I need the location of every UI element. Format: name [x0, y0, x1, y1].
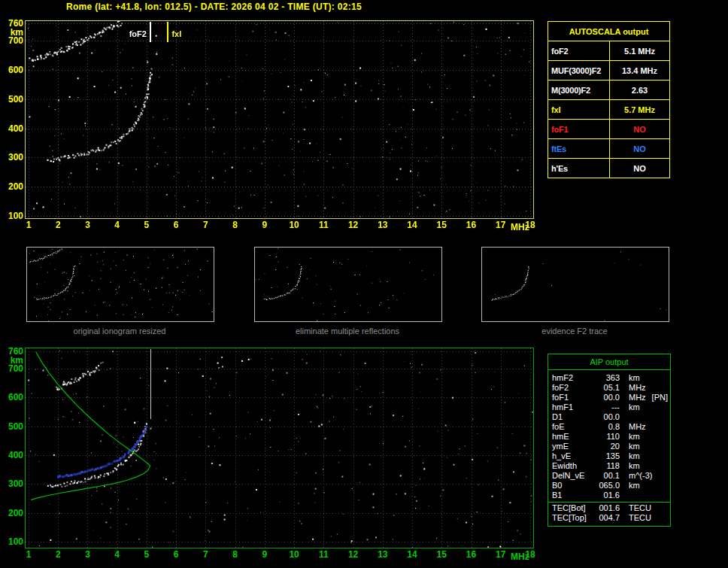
autoscala-row: fxI5.7 MHz	[548, 100, 669, 120]
autoscala-row-label: ftEs	[548, 139, 610, 158]
autoscala-row-value: NO	[610, 139, 669, 158]
x-tick-label: 12	[344, 220, 362, 229]
y-axis-unit-label: km	[4, 28, 23, 37]
aip-row-label: h_vE	[552, 451, 594, 461]
bottom-ionogram-canvas	[26, 348, 533, 548]
aip-row-value: 00.0	[594, 412, 620, 422]
aip-row-label: DelN_vE	[552, 471, 594, 481]
aip-row-unit: km	[629, 442, 640, 451]
y-tick-label: 200	[4, 182, 23, 191]
autoscala-row-label: M(3000)F2	[548, 80, 610, 99]
aip-row-value: 0.8	[594, 422, 620, 432]
aip-row-B1: B101.6	[552, 491, 670, 500]
x-axis-unit-label: MHz	[511, 552, 529, 561]
x-tick-label: 1	[20, 220, 38, 229]
aip-row-value: 20	[594, 442, 620, 451]
aip-row-value: 135	[594, 451, 620, 461]
autoscala-row-label: fxI	[548, 100, 610, 119]
autoscala-screen: Rome (lat: +41.8, lon: 012.5) - DATE: 20…	[0, 0, 728, 568]
x-tick-label: 13	[374, 220, 392, 229]
aip-row-B0: B0065.0km	[552, 481, 670, 491]
y-tick-label: 600	[4, 393, 23, 402]
autoscala-row-label: h'Es	[548, 159, 610, 178]
y-tick-label: 300	[4, 479, 23, 488]
aip-row-ymE: ymE20km	[552, 442, 670, 451]
aip-row-label: foF2	[552, 383, 594, 393]
y-tick-label: 100	[4, 211, 23, 220]
thumbnail-2	[254, 247, 442, 322]
x-tick-label: 9	[256, 550, 274, 559]
autoscala-row-value: 5.1 MHz	[610, 41, 669, 60]
aip-table-title: AIP output	[548, 354, 670, 370]
top-ionogram-canvas	[26, 21, 533, 218]
autoscala-table-title: AUTOSCALA output	[548, 22, 669, 41]
x-tick-label: 14	[403, 220, 421, 229]
aip-row-label: TEC[Top]	[552, 513, 594, 523]
x-tick-label: 4	[108, 550, 126, 559]
marker-label-foF2: foF2	[117, 30, 147, 38]
autoscala-row: h'EsNO	[548, 159, 669, 178]
aip-row-foE: foE0.8MHz	[552, 422, 670, 432]
x-tick-label: 11	[314, 220, 332, 229]
autoscala-row-label: foF2	[548, 41, 610, 60]
x-tick-label: 7	[196, 550, 214, 559]
x-tick-label: 1	[20, 550, 38, 559]
x-tick-label: 13	[374, 550, 392, 559]
aip-row-hmF2: hmF2363km	[552, 373, 670, 383]
y-tick-label: 100	[4, 537, 23, 546]
aip-row-value: 004.7	[594, 513, 620, 523]
aip-separator	[548, 502, 670, 503]
aip-row-unit: MHz	[629, 383, 646, 393]
bottom-ionogram-plot	[25, 348, 534, 548]
x-tick-label: 10	[285, 220, 303, 229]
autoscala-row-value: 13.4 MHz	[610, 61, 669, 80]
aip-row-Ewidth: Ewidth118km	[552, 461, 670, 471]
x-tick-label: 12	[344, 550, 362, 559]
autoscala-row-value: 5.7 MHz	[610, 100, 669, 119]
aip-row-unit: km	[629, 451, 640, 461]
aip-row-value: 00.0	[594, 393, 620, 402]
x-tick-label: 8	[226, 550, 244, 559]
aip-table-rows: hmF2363kmfoF205.1MHzfoF100.0MHz[PN]hmF1-…	[548, 370, 670, 523]
aip-row-unit: TECU	[629, 503, 651, 513]
aip-row-value: 05.1	[594, 383, 620, 393]
x-tick-label: 2	[49, 550, 67, 559]
aip-row-label: TEC[Bot]	[552, 503, 594, 513]
y-axis-unit-label: km	[4, 356, 23, 365]
top-ionogram-plot	[25, 20, 534, 219]
aip-row-foF1: foF100.0MHz[PN]	[552, 393, 670, 402]
autoscala-row: ftEsNO	[548, 139, 669, 159]
aip-row-unit: km	[629, 432, 640, 442]
x-tick-label: 5	[138, 220, 156, 229]
aip-row-label: foF1	[552, 393, 594, 402]
y-tick-label: 400	[4, 451, 23, 460]
autoscala-row-value: NO	[610, 120, 669, 138]
x-tick-label: 3	[78, 550, 96, 559]
station-date-header: Rome (lat: +41.8, lon: 012.5) - DATE: 20…	[66, 2, 362, 12]
y-tick-label: 700	[4, 36, 23, 45]
aip-row-value: 00.1	[594, 471, 620, 481]
y-tick-label: 500	[4, 422, 23, 431]
x-tick-label: 10	[285, 550, 303, 559]
aip-row-value: 001.6	[594, 503, 620, 513]
aip-row-D1: D100.0	[552, 412, 670, 422]
aip-row-label: B0	[552, 481, 594, 491]
x-tick-label: 3	[78, 220, 96, 229]
x-tick-label: 5	[138, 550, 156, 559]
y-tick-label: 600	[4, 65, 23, 74]
aip-row-unit: TECU	[629, 513, 651, 523]
autoscala-table-rows: foF25.1 MHzMUF(3000)F213.4 MHzM(3000)F22…	[548, 41, 669, 178]
aip-row-value: 065.0	[594, 481, 620, 491]
aip-row-label: hmE	[552, 432, 594, 442]
aip-row-unit: MHz	[629, 393, 646, 402]
aip-row-DelN_vE: DelN_vE00.1m^(-3)	[552, 471, 670, 481]
aip-row-label: hmF2	[552, 373, 594, 383]
aip-row-TEC[Top]: TEC[Top]004.7TECU	[552, 513, 670, 523]
x-tick-label: 6	[167, 550, 185, 559]
aip-row-value: 110	[594, 432, 620, 442]
y-tick-label: 500	[4, 95, 23, 104]
aip-row-flag: [PN]	[652, 393, 668, 402]
aip-row-h_vE: h_vE135km	[552, 451, 670, 461]
x-tick-label: 9	[256, 220, 274, 229]
aip-row-TEC[Bot]: TEC[Bot]001.6TECU	[552, 503, 670, 513]
